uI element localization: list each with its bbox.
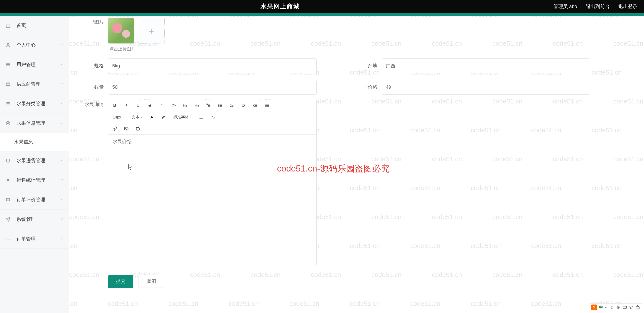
cancel-button[interactable]: 取消 [138, 275, 164, 288]
chevron-down-icon [60, 101, 64, 107]
qty-input[interactable] [108, 80, 316, 95]
font-size-select[interactable]: 14px▾ [112, 115, 125, 120]
main-content: *图片 ＋ 点击上传图片 规格 产地 [69, 16, 644, 313]
strike-icon[interactable]: S [146, 102, 153, 109]
editor-content[interactable]: 水果介绍 [108, 135, 316, 265]
sidebar-item-label: 水果信息管理 [16, 120, 45, 127]
sidebar-item-sales-stats[interactable]: 销售统计管理 [0, 170, 69, 190]
review-icon [6, 197, 12, 202]
subscript-icon[interactable]: x₂ [229, 102, 235, 109]
text-color-icon[interactable]: A [148, 114, 155, 120]
ime-skin-icon[interactable] [629, 305, 633, 309]
price-label: *价格 [351, 84, 377, 90]
highlight-icon[interactable] [160, 114, 167, 120]
current-user-label[interactable]: 管理员 abo [554, 3, 577, 10]
clear-format-icon[interactable]: Tx [210, 114, 216, 120]
text-style-select[interactable]: 文本▾ [130, 115, 143, 120]
sidebar-item-profile[interactable]: 个人中心 [0, 35, 69, 55]
spec-input[interactable] [108, 59, 316, 73]
svg-rect-4 [6, 83, 10, 85]
sidebar-item-label: 水果进货管理 [16, 157, 45, 164]
row-spec-origin: 规格 产地 [78, 59, 635, 73]
logout-link[interactable]: 退出登录 [618, 3, 638, 10]
sidebar-item-purchase[interactable]: 水果进货管理 [0, 151, 69, 170]
sidebar-item-users[interactable]: 用户管理 [0, 55, 69, 74]
svg-point-38 [125, 128, 126, 129]
svg-rect-39 [136, 128, 139, 130]
go-to-frontend-link[interactable]: 退出到前台 [586, 3, 610, 10]
price-input[interactable] [382, 80, 590, 95]
h2-icon[interactable]: H₂ [194, 102, 200, 109]
image-upload-row: *图片 ＋ 点击上传图片 [78, 18, 635, 52]
svg-rect-12 [6, 198, 10, 201]
rich-text-editor: B I U S ❝ </> H₁ H₂ 1 x₂ x² 14px▾ [108, 100, 316, 265]
sidebar-item-label: 订单管理 [16, 236, 36, 242]
h1-icon[interactable]: H₁ [182, 102, 188, 109]
sidebar-item-reviews[interactable]: 订单评价管理 [0, 190, 69, 209]
sidebar-item-fruit-info[interactable]: 水果信息管理 [0, 113, 69, 133]
order-icon [6, 236, 12, 241]
ime-tray: S 中 •, ☺ [589, 303, 642, 311]
sidebar-sub-fruit-info[interactable]: 水果信息 [0, 133, 69, 151]
ime-emoji-icon[interactable]: ☺ [610, 305, 614, 310]
align-icon[interactable] [198, 114, 204, 120]
user-icon [6, 43, 12, 47]
ime-language-indicator[interactable]: 中 [599, 305, 603, 310]
link-icon[interactable] [112, 126, 118, 132]
users-icon [6, 62, 12, 67]
category-icon [6, 101, 12, 106]
ime-keyboard-icon[interactable] [622, 305, 627, 309]
sidebar-item-label: 用户管理 [16, 61, 36, 68]
sidebar-item-categories[interactable]: 水果分类管理 [0, 94, 69, 113]
svg-rect-41 [618, 306, 619, 308]
ul-icon[interactable] [217, 102, 224, 109]
indent-icon[interactable] [264, 102, 270, 109]
sidebar-item-system[interactable]: 系统管理 [0, 209, 69, 229]
sidebar-item-label: 水果分类管理 [16, 100, 45, 107]
chevron-down-icon [60, 62, 64, 67]
ol-icon[interactable]: 1 [205, 102, 212, 109]
app-header: 水果网上商城 管理员 abo 退出到前台 退出登录 [0, 0, 644, 13]
quote-icon[interactable]: ❝ [158, 102, 165, 109]
plus-icon: ＋ [147, 24, 156, 37]
svg-point-22 [219, 104, 219, 105]
info-icon [6, 121, 12, 126]
svg-point-23 [219, 105, 219, 106]
sidebar-item-label: 首页 [16, 22, 26, 29]
sidebar-item-label: 个人中心 [16, 42, 36, 48]
add-image-button[interactable]: ＋ [139, 18, 164, 44]
app-title: 水果网上商城 [6, 3, 554, 11]
qty-label: 数量 [78, 84, 104, 90]
sidebar-item-orders[interactable]: 订单管理 [0, 229, 69, 249]
origin-input[interactable] [382, 59, 590, 73]
outdent-icon[interactable] [252, 102, 258, 109]
chevron-down-icon [60, 81, 64, 87]
required-asterisk: * [92, 19, 94, 25]
svg-point-11 [7, 179, 9, 181]
ime-mic-icon[interactable] [616, 305, 620, 309]
sidebar-item-home[interactable]: 首页 [0, 16, 69, 35]
video-icon[interactable] [135, 126, 141, 132]
submit-button[interactable]: 提交 [108, 275, 133, 288]
superscript-icon[interactable]: x² [240, 102, 247, 109]
stats-icon [6, 178, 12, 183]
chevron-down-icon [60, 158, 64, 163]
svg-rect-46 [636, 307, 640, 309]
ime-toolbox-icon[interactable] [636, 305, 640, 309]
header-actions: 管理员 abo 退出到前台 退出登录 [554, 3, 638, 10]
uploaded-image-thumbnail[interactable] [108, 18, 134, 44]
system-icon [6, 217, 12, 222]
chevron-up-icon [60, 120, 64, 126]
ime-punct-icon[interactable]: •, [605, 305, 608, 310]
underline-icon[interactable]: U [135, 102, 141, 109]
image-icon[interactable] [123, 126, 130, 132]
code-icon[interactable]: </> [170, 102, 176, 109]
chevron-down-icon [60, 42, 64, 48]
sidebar-item-label: 供应商管理 [16, 81, 40, 87]
bold-icon[interactable]: B [112, 102, 118, 109]
sidebar-item-suppliers[interactable]: 供应商管理 [0, 74, 69, 94]
sogou-ime-icon[interactable]: S [591, 304, 597, 310]
italic-icon[interactable]: I [123, 102, 130, 109]
svg-rect-43 [623, 306, 627, 308]
font-family-select[interactable]: 标准字体▾ [172, 115, 193, 120]
